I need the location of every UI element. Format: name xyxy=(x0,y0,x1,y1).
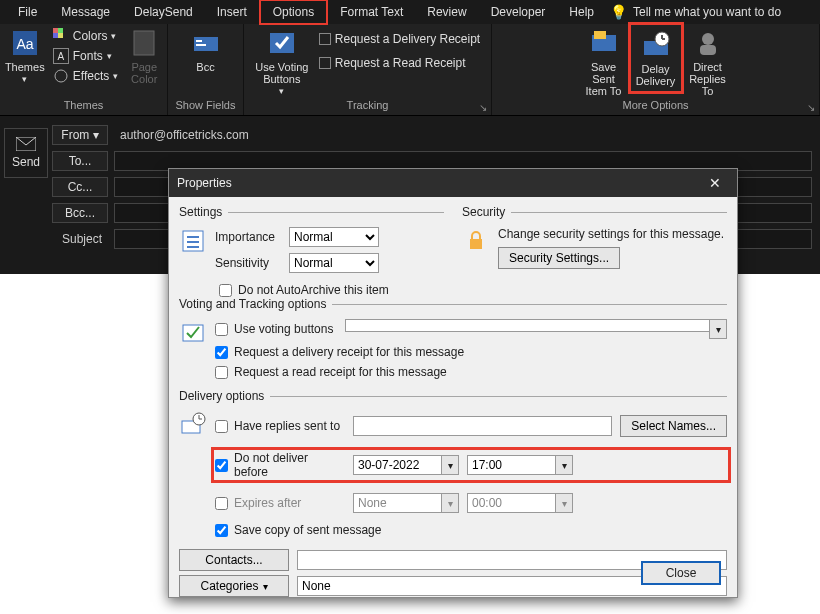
request-delivery-receipt-checkbox[interactable]: Request a Delivery Receipt xyxy=(317,31,482,47)
send-button[interactable]: Send xyxy=(4,128,48,178)
envelope-icon xyxy=(16,137,36,151)
ribbon-group-show-fields: Bcc Show Fields xyxy=(168,24,244,115)
expires-date-input[interactable] xyxy=(353,493,441,513)
ribbon-group-more-options: Save Sent Item To Delay Delivery Direct … xyxy=(492,24,820,115)
expires-after-label: Expires after xyxy=(234,496,301,510)
have-replies-checkbox[interactable] xyxy=(215,420,228,433)
delivery-legend: Delivery options xyxy=(179,389,270,403)
categories-button[interactable]: Categories xyxy=(179,575,289,597)
time-dropdown-button[interactable]: ▾ xyxy=(555,455,573,475)
settings-section: Settings Importance Normal Sensitivity N… xyxy=(179,205,444,277)
svg-rect-13 xyxy=(594,31,606,39)
have-replies-input[interactable] xyxy=(353,416,612,436)
fonts-icon: A xyxy=(53,48,69,64)
security-section: Security Change security settings for th… xyxy=(462,205,727,277)
sensitivity-select[interactable]: Normal xyxy=(289,253,379,273)
delay-delivery-icon xyxy=(640,29,672,61)
req-read-label: Request a read receipt for this message xyxy=(234,365,447,379)
req-delivery-label: Request a delivery receipt for this mess… xyxy=(234,345,464,359)
svg-text:Aa: Aa xyxy=(16,36,33,52)
direct-replies-to-button[interactable]: Direct Replies To xyxy=(685,27,731,97)
do-not-deliver-date-input[interactable] xyxy=(353,455,441,475)
save-sent-item-to-button[interactable]: Save Sent Item To xyxy=(581,27,627,97)
menu-help[interactable]: Help xyxy=(557,1,606,23)
tell-me-field[interactable]: Tell me what you want to do xyxy=(633,5,781,19)
voting-icon xyxy=(266,27,298,59)
page-color-icon xyxy=(128,27,160,59)
voting-dropdown-button[interactable]: ▾ xyxy=(709,319,727,339)
menu-review[interactable]: Review xyxy=(415,1,478,23)
req-delivery-checkbox[interactable] xyxy=(215,346,228,359)
tracking-launcher-icon[interactable]: ↘ xyxy=(479,102,487,113)
menu-format-text[interactable]: Format Text xyxy=(328,1,415,23)
security-text: Change security settings for this messag… xyxy=(498,227,727,241)
menu-options[interactable]: Options xyxy=(259,0,328,25)
select-names-button[interactable]: Select Names... xyxy=(620,415,727,437)
close-button[interactable]: Close xyxy=(641,561,721,585)
settings-icon xyxy=(179,227,207,255)
svg-rect-9 xyxy=(196,40,202,42)
page-color-button[interactable]: Page Color xyxy=(126,27,162,85)
expires-time-input[interactable] xyxy=(467,493,555,513)
menu-developer[interactable]: Developer xyxy=(479,1,558,23)
delivery-options-section: Delivery options Have replies sent to Se… xyxy=(179,389,727,541)
voting-legend: Voting and Tracking options xyxy=(179,297,332,311)
settings-legend: Settings xyxy=(179,205,228,219)
date-dropdown-button[interactable]: ▾ xyxy=(441,455,459,475)
expires-date-dropdown-button[interactable]: ▾ xyxy=(441,493,459,513)
checkbox-icon xyxy=(319,57,331,69)
save-copy-checkbox[interactable] xyxy=(215,524,228,537)
bcc-button[interactable]: Bcc xyxy=(186,27,226,73)
svg-rect-19 xyxy=(700,45,716,55)
expires-time-dropdown-button[interactable]: ▾ xyxy=(555,493,573,513)
group-label-show-fields: Show Fields xyxy=(176,97,236,115)
use-voting-label: Use voting buttons xyxy=(234,322,333,336)
contacts-button[interactable]: Contacts... xyxy=(179,549,289,571)
dialog-close-button[interactable]: ✕ xyxy=(701,175,729,191)
svg-rect-3 xyxy=(58,28,63,33)
menu-insert[interactable]: Insert xyxy=(205,1,259,23)
svg-rect-7 xyxy=(134,31,154,55)
colors-icon xyxy=(53,28,69,44)
from-button[interactable]: From ▾ xyxy=(52,125,108,145)
use-voting-checkbox[interactable] xyxy=(215,323,228,336)
effects-button[interactable]: Effects▾ xyxy=(51,67,120,85)
menu-message[interactable]: Message xyxy=(49,1,122,23)
req-read-checkbox[interactable] xyxy=(215,366,228,379)
voting-value-input[interactable] xyxy=(345,319,709,332)
subject-label: Subject xyxy=(52,232,108,246)
themes-button[interactable]: Aa Themes ▾ xyxy=(5,27,45,85)
menu-delaysend[interactable]: DelaySend xyxy=(122,1,205,23)
svg-rect-4 xyxy=(53,33,58,38)
voting-buttons-button[interactable]: Use Voting Buttons ▾ xyxy=(253,27,311,97)
expires-after-checkbox[interactable] xyxy=(215,497,228,510)
svg-rect-5 xyxy=(58,33,63,38)
bcc-button[interactable]: Bcc... xyxy=(52,203,108,223)
colors-button[interactable]: Colors▾ xyxy=(51,27,120,45)
ribbon-group-tracking: Use Voting Buttons ▾ Request a Delivery … xyxy=(244,24,492,115)
fonts-button[interactable]: A Fonts▾ xyxy=(51,47,120,65)
svg-rect-2 xyxy=(53,28,58,33)
security-settings-button[interactable]: Security Settings... xyxy=(498,247,620,269)
bcc-icon xyxy=(190,27,222,59)
menu-file[interactable]: File xyxy=(6,1,49,23)
from-value: author@officetricks.com xyxy=(114,128,249,142)
cc-button[interactable]: Cc... xyxy=(52,177,108,197)
ribbon: Aa Themes ▾ Colors▾ A Fonts▾ Effects▾ xyxy=(0,24,820,116)
importance-select[interactable]: Normal xyxy=(289,227,379,247)
voting-section-icon xyxy=(179,319,207,347)
autoarchive-checkbox[interactable] xyxy=(219,284,232,297)
group-label-more-options: More Options xyxy=(622,97,688,115)
security-legend: Security xyxy=(462,205,511,219)
do-not-deliver-label: Do not deliver before xyxy=(234,451,345,479)
delay-delivery-button[interactable]: Delay Delivery xyxy=(633,27,679,89)
menu-bar: File Message DelaySend Insert Options Fo… xyxy=(0,0,820,24)
do-not-deliver-checkbox[interactable] xyxy=(215,459,228,472)
group-label-tracking: Tracking xyxy=(347,97,389,115)
to-button[interactable]: To... xyxy=(52,151,108,171)
do-not-deliver-time-input[interactable] xyxy=(467,455,555,475)
voting-tracking-section: Voting and Tracking options Use voting b… xyxy=(179,297,727,383)
dialog-titlebar: Properties ✕ xyxy=(169,169,737,197)
request-read-receipt-checkbox[interactable]: Request a Read Receipt xyxy=(317,55,482,71)
more-options-launcher-icon[interactable]: ↘ xyxy=(807,102,815,113)
